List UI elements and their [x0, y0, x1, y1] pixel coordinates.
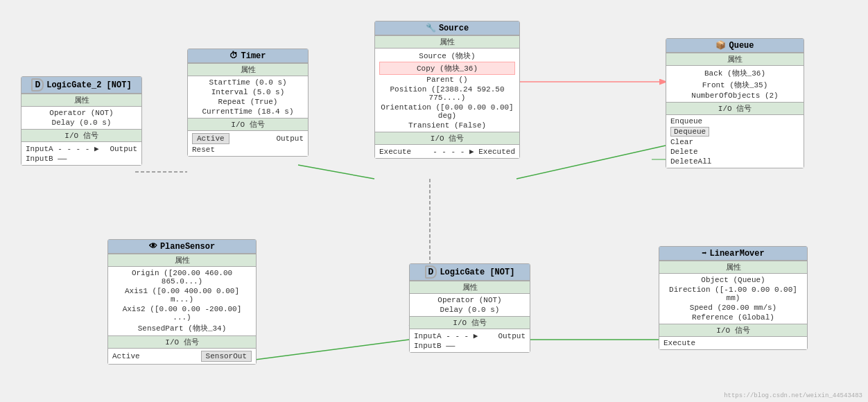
- planesensor-prop-1: Axis1 ([0.00 400.00 0.00] m...): [112, 286, 252, 304]
- queue-io-enqueue: Enqueue: [670, 116, 799, 126]
- timer-title: Timer: [241, 51, 266, 61]
- logicgate2-icon: D: [31, 78, 44, 91]
- logicgate-title: LogicGate [NOT]: [440, 268, 514, 277]
- timer-prop-2: Repeat (True): [192, 97, 304, 107]
- logicgate-prop-1: Delay (0.0 s): [414, 305, 526, 315]
- canvas: D LogicGate_2 [NOT] 属性 Operator (NOT) De…: [0, 0, 868, 402]
- planesensor-icon: 👁: [149, 241, 157, 252]
- logicgate2-inputB: InputB ——: [26, 155, 67, 163]
- source-header: 🔧 Source: [375, 21, 519, 35]
- queue-icon: 📦: [715, 40, 726, 51]
- linearmover-props: Object (Queue) Direction ([-1.00 0.00 0.…: [659, 274, 807, 324]
- timer-prop-0: StartTime (0.0 s): [192, 78, 304, 87]
- logicgate2-output: Output: [110, 145, 137, 153]
- source-title: Source: [439, 24, 469, 33]
- planesensor-sensorout[interactable]: SensorOut: [201, 351, 252, 362]
- logicgate2-io-row2: InputB ——: [26, 154, 137, 164]
- planesensor-prop-0: Origin ([200.00 460.00 865.0...): [112, 268, 252, 286]
- queue-io-delete: Delete: [670, 147, 799, 157]
- queue-io-deleteall: DeleteAll: [670, 157, 799, 166]
- source-prop-1: Copy (物块_36): [379, 62, 515, 75]
- timer-prop-3: CurrentTime (18.4 s): [192, 107, 304, 116]
- logicgate-inputA: InputA - - - ▶: [414, 331, 478, 340]
- logicgate-inputB: InputB ——: [414, 342, 455, 350]
- linearmover-prop-3: Reference (Global): [663, 313, 803, 322]
- planesensor-props-label: 属性: [108, 254, 256, 267]
- logicgate-io-row1: InputA - - - ▶ Output: [414, 331, 526, 341]
- linearmover-io: Execute: [659, 337, 807, 349]
- source-prop-4: Orientation ([0.00 0.00 0.00] deg): [379, 103, 515, 121]
- logicgate2-title: LogicGate_2 [NOT]: [46, 80, 131, 90]
- queue-props-label: 属性: [666, 53, 804, 66]
- queue-prop-0: Back (物块_36): [670, 67, 799, 79]
- planesensor-node: 👁 PlaneSensor 属性 Origin ([200.00 460.00 …: [107, 239, 257, 365]
- source-io: Execute - - - - ▶ Executed: [375, 145, 519, 158]
- logicgate2-io-row1: InputA - - - - ▶ Output: [26, 143, 137, 154]
- planesensor-prop-2: Axis2 ([0.00 0.00 -200.00] ...): [112, 304, 252, 322]
- timer-io-row1: Active Output: [192, 132, 304, 145]
- queue-enqueue: Enqueue: [670, 117, 702, 125]
- queue-clear: Clear: [670, 138, 693, 146]
- logicgate-io-row2: InputB ——: [414, 341, 526, 351]
- linearmover-prop-0: Object (Queue): [663, 275, 803, 285]
- logicgate-props-label: 属性: [410, 281, 530, 294]
- timer-reset: Reset: [192, 146, 215, 154]
- source-execute: Execute: [379, 148, 411, 156]
- queue-delete: Delete: [670, 148, 698, 156]
- logicgate2-header: D LogicGate_2 [NOT]: [21, 77, 141, 94]
- source-props-label: 属性: [375, 35, 519, 49]
- planesensor-io: Active SensorOut: [108, 349, 256, 364]
- timer-prop-1: Interval (5.0 s): [192, 87, 304, 97]
- source-prop-2: Parent (): [379, 75, 515, 85]
- logicgate2-io-label: I/O 信号: [21, 129, 141, 142]
- planesensor-header: 👁 PlaneSensor: [108, 240, 256, 254]
- timer-io-row2: Reset: [192, 145, 304, 155]
- queue-title: Queue: [729, 41, 754, 51]
- queue-deleteall: DeleteAll: [670, 157, 711, 166]
- logicgate-output: Output: [498, 332, 526, 340]
- queue-dequeue: Dequeue: [670, 127, 709, 137]
- queue-io-clear: Clear: [670, 137, 799, 147]
- source-io-row1: Execute - - - - ▶ Executed: [379, 146, 515, 157]
- logicgate2-props: Operator (NOT) Delay (0.0 s): [21, 107, 141, 129]
- source-io-label: I/O 信号: [375, 132, 519, 145]
- linearmover-io-label: I/O 信号: [659, 324, 807, 337]
- queue-io-label: I/O 信号: [666, 102, 804, 115]
- logicgate2-node: D LogicGate_2 [NOT] 属性 Operator (NOT) De…: [21, 76, 142, 166]
- logicgate2-props-label: 属性: [21, 94, 141, 107]
- queue-props: Back (物块_36) Front (物块_35) NumberOfObjec…: [666, 66, 804, 102]
- svg-line-3: [517, 146, 666, 179]
- svg-line-6: [250, 340, 409, 360]
- timer-props-label: 属性: [188, 63, 308, 76]
- queue-header: 📦 Queue: [666, 39, 804, 53]
- source-node: 🔧 Source 属性 Source (物块) Copy (物块_36) Par…: [374, 21, 520, 159]
- logicgate-header: D LogicGate [NOT]: [410, 264, 530, 281]
- logicgate2-prop-1: Delay (0.0 s): [26, 118, 137, 128]
- linearmover-icon: ➡: [702, 248, 706, 259]
- timer-icon: ⏱: [229, 51, 238, 61]
- planesensor-io-row1: Active SensorOut: [112, 350, 252, 362]
- logicgate-io-label: I/O 信号: [410, 316, 530, 329]
- source-prop-3: Position ([2388.24 592.50 775....): [379, 85, 515, 103]
- svg-line-1: [298, 165, 374, 179]
- timer-active[interactable]: Active: [192, 133, 229, 144]
- linearmover-prop-1: Direction ([-1.00 0.00 0.00] mm): [663, 285, 803, 303]
- logicgate2-io: InputA - - - - ▶ Output InputB ——: [21, 142, 141, 165]
- watermark: https://blog.csdn.net/weixin_44543483: [724, 392, 862, 399]
- source-prop-5: Transient (False): [379, 121, 515, 130]
- queue-io: Enqueue Dequeue Clear Delete DeleteAll: [666, 115, 804, 168]
- logicgate-io: InputA - - - ▶ Output InputB ——: [410, 329, 530, 352]
- timer-node: ⏱ Timer 属性 StartTime (0.0 s) Interval (5…: [187, 49, 309, 157]
- linearmover-title: LinearMover: [710, 249, 765, 259]
- planesensor-prop-3: SensedPart (物块_34): [112, 322, 252, 334]
- linearmover-execute: Execute: [663, 339, 695, 347]
- source-prop-0: Source (物块): [379, 50, 515, 62]
- planesensor-active: Active: [112, 352, 140, 360]
- logicgate-icon: D: [425, 265, 437, 279]
- logicgate-prop-0: Operator (NOT): [414, 295, 526, 305]
- linearmover-prop-2: Speed (200.00 mm/s): [663, 303, 803, 313]
- queue-io-dequeue: Dequeue: [670, 126, 799, 137]
- logicgate-props: Operator (NOT) Delay (0.0 s): [410, 294, 530, 316]
- logicgate2-prop-0: Operator (NOT): [26, 108, 137, 118]
- timer-io-label: I/O 信号: [188, 118, 308, 131]
